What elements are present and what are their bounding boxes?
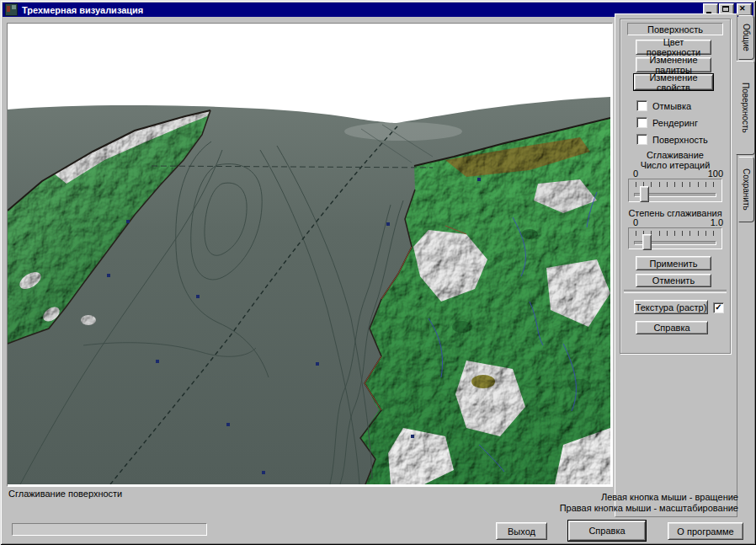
app-icon[interactable] xyxy=(5,3,18,16)
viewport-3d[interactable] xyxy=(7,23,613,487)
progress-bar xyxy=(12,523,207,536)
texture-checkbox[interactable]: ✓ xyxy=(713,302,724,313)
cancel-button[interactable]: Отменить xyxy=(636,274,711,287)
tab-general[interactable]: Общие xyxy=(738,15,754,60)
close-icon: ✕ xyxy=(739,5,746,13)
properties-change-button[interactable]: Изменение свойств xyxy=(634,74,713,90)
status-text: Сглаживание поверхности xyxy=(8,489,122,499)
window-title: Трехмерная визуализация xyxy=(22,5,143,15)
hint-left-mouse: Левая кнопка мыши - вращение xyxy=(471,492,738,503)
close-button[interactable]: ✕ xyxy=(737,3,752,16)
iterations-slider-thumb[interactable] xyxy=(640,186,649,202)
surface-checkbox-box[interactable] xyxy=(636,134,647,145)
exit-button[interactable]: Выход xyxy=(496,522,547,540)
tab-surface-label: Поверхность xyxy=(741,83,750,133)
tab-save[interactable]: Сохранить xyxy=(738,157,754,222)
otmyvka-checkbox-box[interactable] xyxy=(636,100,647,111)
degree-slider[interactable] xyxy=(628,227,722,249)
checkbox-otmyvka[interactable]: Отмывка xyxy=(636,100,691,111)
rendering-checkbox-box[interactable] xyxy=(636,117,647,128)
otmyvka-label: Отмывка xyxy=(652,101,691,111)
texture-raster-button[interactable]: Текстура (растр) xyxy=(634,300,708,314)
smoothing-title: Сглаживание xyxy=(620,150,730,160)
panel-separator xyxy=(624,290,727,293)
maximize-icon xyxy=(722,6,729,12)
mouse-hints: Левая кнопка мыши - вращение Правая кноп… xyxy=(471,492,738,514)
palette-change-button[interactable]: Изменение палитры xyxy=(636,57,711,72)
degree-min: 0 xyxy=(633,217,638,227)
app-window: Трехмерная визуализация ✕ xyxy=(0,0,756,545)
degree-max: 1.0 xyxy=(695,217,723,227)
checkbox-rendering[interactable]: Рендеринг xyxy=(636,117,698,128)
checkbox-surface[interactable]: Поверхность xyxy=(636,134,708,145)
help-button[interactable]: Справка xyxy=(568,521,646,541)
iterations-min: 0 xyxy=(633,168,638,179)
panel-help-button[interactable]: Справка xyxy=(636,321,708,334)
surface-label: Поверхность xyxy=(652,135,708,145)
panel-header: Поверхность xyxy=(627,23,723,35)
degree-slider-thumb[interactable] xyxy=(642,234,652,250)
tab-save-label: Сохранить xyxy=(742,168,751,211)
iterations-max: 100 xyxy=(695,168,723,179)
rendering-label: Рендеринг xyxy=(652,118,698,128)
hint-right-mouse: Правая кнопка мыши - масштабирование xyxy=(471,503,738,514)
terrain-scene xyxy=(8,24,610,484)
surface-color-button[interactable]: Цвет поверхности xyxy=(636,40,711,55)
tab-general-label: Общие xyxy=(742,24,751,51)
iterations-slider[interactable] xyxy=(628,179,722,202)
tab-surface[interactable]: Поверхность xyxy=(736,61,755,155)
about-button[interactable]: О программе xyxy=(668,522,743,540)
apply-button[interactable]: Применить xyxy=(636,256,711,270)
